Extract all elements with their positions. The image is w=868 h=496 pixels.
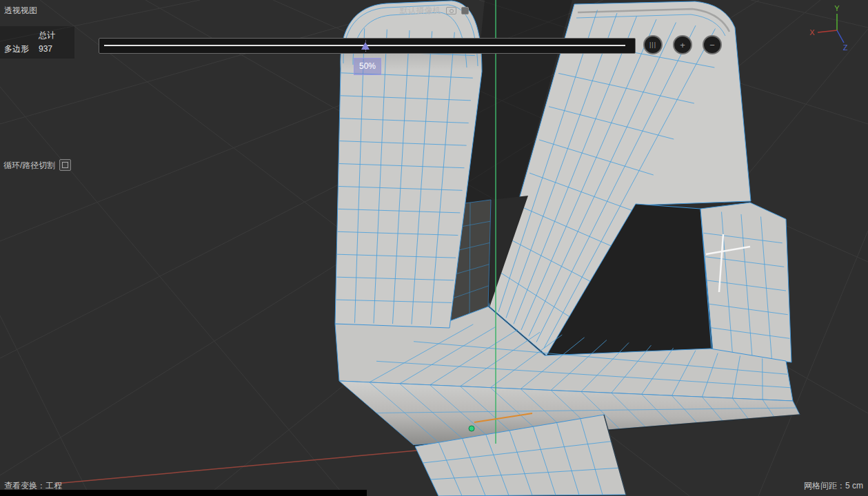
zoom-out-button[interactable]: − <box>703 35 722 54</box>
zoom-in-button[interactable]: + <box>673 35 692 54</box>
stats-polygon-count: 937 <box>39 45 66 53</box>
loop-cut-icon <box>59 159 71 171</box>
poly-stats-panel: 总计 多边形 937 <box>0 26 74 59</box>
active-tool-label: 循环/路径切割 <box>3 161 55 169</box>
camera-label-text: 默认摄像机 <box>400 6 441 14</box>
gizmo-x-line <box>818 30 837 32</box>
pan-button[interactable]: ||| <box>643 35 663 54</box>
bottom-panel-strip <box>0 490 367 496</box>
axis-gizmo[interactable]: Y X Z <box>805 3 859 55</box>
active-tool-hint: 循环/路径切割 <box>3 159 71 171</box>
gizmo-x-label: X <box>809 28 815 37</box>
slider-value-tooltip: 50% <box>354 58 381 75</box>
3d-viewport[interactable]: 透视视图 默认摄像机 总计 多边形 937 50% ||| + − Y X Z … <box>0 0 868 496</box>
gizmo-y-label: Y <box>834 4 840 12</box>
viewport-canvas[interactable] <box>0 0 868 496</box>
slider-handle[interactable] <box>361 42 370 50</box>
cut-offset-slider[interactable] <box>99 38 636 54</box>
view-label[interactable]: 透视视图 <box>4 6 37 14</box>
status-view-transform: 查看变换：工程 <box>4 482 62 490</box>
gizmo-z-label: Z <box>843 43 848 52</box>
stand-right-strip[interactable] <box>700 203 791 362</box>
camera-label[interactable]: 默认摄像机 <box>400 6 469 14</box>
camera-lock-icon[interactable] <box>461 7 469 14</box>
gizmo-z-line <box>837 30 844 43</box>
origin-point[interactable] <box>469 426 474 431</box>
stats-total-label: 总计 <box>39 31 66 39</box>
stats-polygon-label: 多边形 <box>4 45 39 53</box>
stats-spacer <box>4 31 39 39</box>
viewport-nav-buttons: ||| + − <box>643 35 722 54</box>
status-grid-spacing: 网格间距：5 cm <box>804 482 863 490</box>
camera-icon[interactable] <box>446 7 456 14</box>
